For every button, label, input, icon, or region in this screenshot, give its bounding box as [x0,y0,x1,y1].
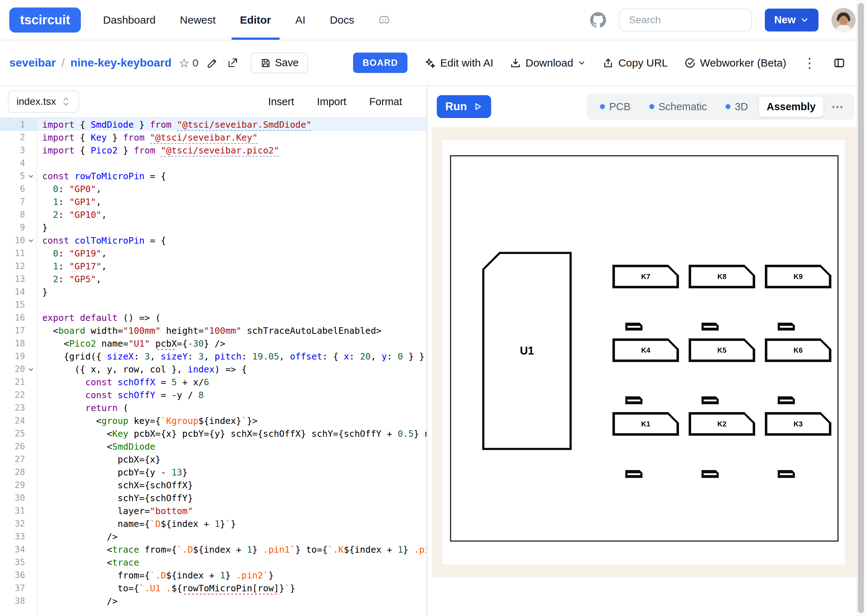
line-number: 36 [0,569,36,581]
code-line-23[interactable]: 23 return ( [0,401,426,414]
key-k4[interactable]: K4 [612,338,679,362]
scrollbar[interactable] [856,0,865,616]
diode[interactable] [625,470,642,478]
code-line-26[interactable]: 26 <SmdDiode [0,440,426,453]
code-line-29[interactable]: 29 schX={schOffX} [0,479,426,492]
nav-item-dashboard[interactable]: Dashboard [91,0,168,40]
file-selector[interactable]: index.tsx [8,91,79,113]
code-line-5[interactable]: 5const rowToMicroPin = { [0,170,426,182]
key-k8[interactable]: K8 [689,265,755,288]
code-line-10[interactable]: 10const colToMicroPin = { [0,234,426,247]
code-line-13[interactable]: 13 2: "GP5", [0,273,426,286]
code-line-33[interactable]: 33 /> [0,530,426,543]
more-actions-button[interactable]: ⋮ [803,56,816,70]
diode[interactable] [778,323,795,330]
nav-item-editor[interactable]: Editor [228,0,283,40]
webworker-button[interactable]: Webworker (Beta) [684,57,786,69]
code-line-6[interactable]: 6 0: "GP0", [0,182,426,195]
tscircuit-logo[interactable]: tscircuit [9,8,81,33]
run-button[interactable]: Run [437,95,491,118]
code-line-16[interactable]: 16export default () => ( [0,311,426,324]
code-line-30[interactable]: 30 schY={schOffY} [0,492,426,504]
fold-chevron-icon[interactable] [28,173,33,178]
edit-with-ai-button[interactable]: Edit with AI [424,57,493,69]
code-line-17[interactable]: 17 <board width="100mm" height="100mm" s… [0,324,426,337]
key-k7[interactable]: K7 [612,265,679,288]
scrollbar-thumb[interactable] [858,3,864,613]
owner-link[interactable]: seveibar [9,56,56,69]
component-u1[interactable]: U1 [482,252,571,450]
code-line-12[interactable]: 12 1: "GP17", [0,260,426,273]
tab-3d[interactable]: 3D [717,97,756,117]
copy-url-button[interactable]: Copy URL [603,57,667,69]
code-line-9[interactable]: 9} [0,221,426,234]
line-number: 1 [0,118,36,131]
code-line-2[interactable]: 2import { Key } from "@tsci/seveibar.Key… [0,131,426,144]
avatar[interactable] [831,8,856,32]
new-button[interactable]: New [765,9,818,31]
download-button[interactable]: Download [510,57,586,69]
diode[interactable] [778,396,795,404]
code-line-19[interactable]: 19 {grid({ sizeX: 3, sizeY: 3, pitch: 19… [0,350,426,363]
code-line-27[interactable]: 27 pcbX={x} [0,453,426,466]
code-line-31[interactable]: 31 layer="bottom" [0,504,426,517]
key-k9[interactable]: K9 [765,265,831,288]
menu-item-format[interactable]: Format [369,96,402,108]
code-line-24[interactable]: 24 <group key={`Kgroup${index}`}> [0,414,426,427]
code-line-37[interactable]: 37 to={`.U1 .${rowToMicroPin[row]}`} [0,581,426,594]
code-line-8[interactable]: 8 2: "GP10", [0,208,426,221]
menu-item-import[interactable]: Import [317,96,346,108]
code-line-1[interactable]: 1import { SmdDiode } from "@tsci/seveiba… [0,118,426,131]
key-k5[interactable]: K5 [689,338,755,362]
tab-schematic[interactable]: Schematic [641,97,715,117]
code-line-25[interactable]: 25 <Key pcbX={x} pcbY={y} schX={schOffX}… [0,427,426,440]
discord-icon[interactable] [377,13,391,27]
key-k6[interactable]: K6 [765,338,831,362]
key-k1[interactable]: K1 [612,412,679,436]
fold-chevron-icon[interactable] [28,366,33,371]
code-line-4[interactable]: 4 [0,157,426,170]
code-line-32[interactable]: 32 name={`D${index + 1}`} [0,517,426,530]
nav-item-newest[interactable]: Newest [168,0,228,40]
code-line-18[interactable]: 18 <Pico2 name="U1" pcbX={-30} /> [0,337,426,350]
save-button[interactable]: Save [251,53,308,73]
github-icon[interactable] [590,12,606,28]
more-tabs-button[interactable]: ⋯ [826,99,849,114]
project-name-link[interactable]: nine-key-keyboard [71,56,172,69]
code-line-20[interactable]: 20 ({ x, y, row, col }, index) => { [0,363,426,376]
key-k2[interactable]: K2 [689,412,755,436]
code-line-15[interactable]: 15 [0,299,426,311]
code-line-11[interactable]: 11 0: "GP19", [0,247,426,260]
open-external-button[interactable] [226,57,239,69]
code-line-34[interactable]: 34 <trace from={`.D${index + 1} .pin1`} … [0,543,426,556]
code-line-35[interactable]: 35 <trace [0,556,426,569]
diode[interactable] [625,323,642,330]
diode[interactable] [702,323,719,330]
star-button[interactable]: ☆ 0 [179,57,199,69]
code-line-7[interactable]: 7 1: "GP1", [0,195,426,208]
diode[interactable] [778,470,795,478]
tab-pcb[interactable]: PCB [592,97,639,117]
key-k3[interactable]: K3 [765,412,831,436]
nav-item-docs[interactable]: Docs [318,0,366,40]
panel-toggle-button[interactable] [833,57,846,69]
diode[interactable] [625,396,642,404]
code-line-21[interactable]: 21 const schOffX = 5 + x/6 [0,376,426,388]
code-line-22[interactable]: 22 const schOffY = -y / 8 [0,388,426,401]
assembly-canvas[interactable]: U1 K7K8K9K4K5K6K1K2K3 [432,127,856,577]
diode[interactable] [702,470,719,478]
menu-item-insert[interactable]: Insert [268,96,294,108]
search-input[interactable] [619,9,752,31]
fold-chevron-icon[interactable] [28,237,33,242]
tab-assembly[interactable]: Assembly [759,97,824,117]
copy-url-label: Copy URL [618,57,667,69]
code-editor[interactable]: 1import { SmdDiode } from "@tsci/seveiba… [0,118,426,616]
code-line-14[interactable]: 14} [0,286,426,299]
code-line-38[interactable]: 38 /> [0,594,426,607]
code-line-36[interactable]: 36 from={`.D${index + 1} .pin2`} [0,569,426,581]
code-line-28[interactable]: 28 pcbY={y - 13} [0,466,426,479]
nav-item-ai[interactable]: AI [283,0,318,40]
code-line-3[interactable]: 3import { Pico2 } from "@tsci/seveibar.p… [0,144,426,157]
rename-button[interactable] [206,57,218,69]
diode[interactable] [702,396,719,404]
